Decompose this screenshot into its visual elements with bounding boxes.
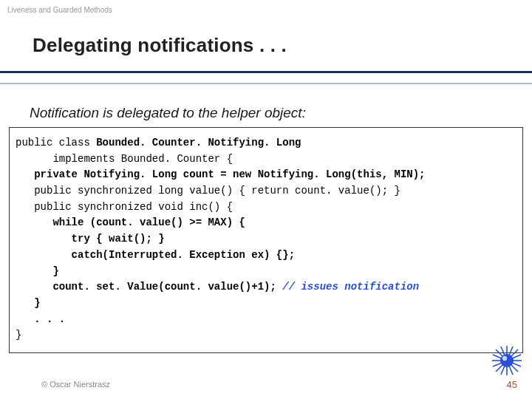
code-line-3: private Notifying. Long count = new Noti… <box>16 168 426 180</box>
code-line-6: while (count. value() >= MAX) { <box>16 216 245 228</box>
subtitle-text: Notification is delegated to the helper … <box>30 105 306 121</box>
code-line-8: catch(Interrupted. Exception ex) {}; <box>16 249 295 261</box>
sun-icon <box>491 344 523 377</box>
page-title: Delegating notifications . . . <box>33 34 287 57</box>
code-block: public class Bounded. Counter. Notifying… <box>16 135 516 344</box>
code-line-10-comment: // issues notification <box>282 281 419 293</box>
page-number: 45 <box>507 379 517 390</box>
code-box: public class Bounded. Counter. Notifying… <box>9 127 523 353</box>
svg-point-16 <box>500 354 514 367</box>
divider-dark <box>0 71 532 73</box>
code-line-10a: count. set. Value(count. value()+1); <box>16 281 282 293</box>
copyright-text: © Oscar Nierstrasz <box>41 380 110 389</box>
code-line-12: . . . <box>16 313 65 325</box>
code-line-9: } <box>16 265 59 277</box>
code-line-1a: public class <box>16 137 96 149</box>
code-line-13: } <box>16 329 21 341</box>
code-line-7: try { wait(); } <box>16 233 165 245</box>
code-line-2: implements Bounded. Counter { <box>16 153 233 165</box>
svg-point-17 <box>502 356 507 361</box>
breadcrumb: Liveness and Guarded Methods <box>7 6 112 14</box>
divider-light <box>0 83 532 84</box>
code-line-1b: Bounded. Counter. Notifying. Long <box>96 137 301 149</box>
code-line-11: } <box>16 297 41 309</box>
code-line-4: public synchronized long value() { retur… <box>16 185 400 197</box>
code-line-5: public synchronized void inc() { <box>16 201 233 213</box>
